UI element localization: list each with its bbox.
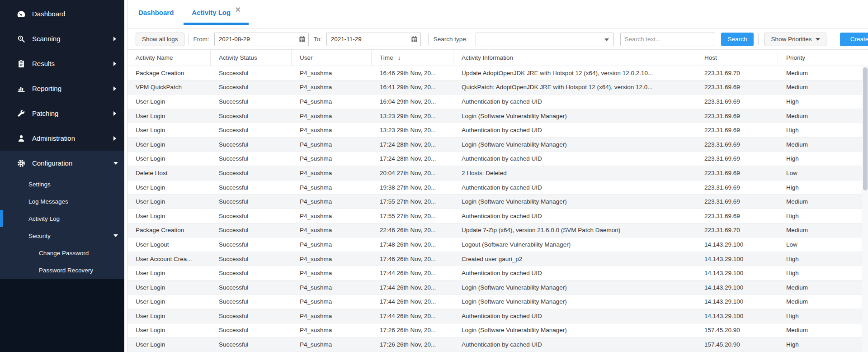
cell-activity-name: Delete Host [127,166,211,180]
sidebar-item-administration[interactable]: Administration [0,126,124,151]
table-row[interactable]: Package CreationSuccessfulP4_sushma22:46… [127,224,868,238]
column-header-label: Host [704,54,717,61]
configuration-section: ConfigurationSettingsLog MessagesActivit… [0,151,124,279]
cell-user: P4_sushma [292,338,372,352]
sidebar-item-log-messages[interactable]: Log Messages [0,193,124,210]
sidebar-item-security[interactable]: Security [0,227,124,244]
cell-activity-status: Successful [211,152,292,166]
cell-activity-status: Successful [211,109,292,123]
chevron-right-icon [113,86,116,91]
table-row[interactable]: User LogoutSuccessfulP4_sushma17:48 26th… [127,238,868,252]
sidebar-item-activity-log[interactable]: Activity Log [0,210,124,227]
table-row[interactable]: User LoginSuccessfulP4_sushma17:55 27th … [127,195,868,209]
cell-priority: Medium [778,281,868,295]
table-row[interactable]: User LoginSuccessfulP4_sushma17:44 26th … [127,281,868,295]
search-button[interactable]: Search [721,33,754,46]
column-header-user[interactable]: User [292,50,372,66]
table-row[interactable]: User LoginSuccessfulP4_sushma16:04 29th … [127,95,868,109]
column-header-host[interactable]: Host [696,50,778,66]
to-date-input[interactable] [327,36,408,43]
column-header-priority[interactable]: Priority [778,50,868,66]
calendar-icon[interactable] [408,36,420,43]
show-priorities-button[interactable]: Show Priorities [764,33,826,46]
cell-time: 17:44 26th Nov, 20... [372,266,453,280]
sidebar-item-password-recovery[interactable]: Password Recovery [0,262,124,279]
main-content: DashboardActivity Log× Show all logs Fro… [124,0,868,352]
table-row[interactable]: User LoginSuccessfulP4_sushma17:55 27th … [127,209,868,224]
cell-host: 223.31.69.69 [696,95,778,109]
sidebar-item-patching[interactable]: Patching [0,101,124,126]
tab-activity-log[interactable]: Activity Log× [184,0,249,25]
sidebar-item-label: Activity Log [28,215,60,222]
cell-activity-information: Login (Software Vulnerability Manager) [453,281,696,295]
vertical-scrollbar[interactable] [862,66,868,352]
to-label: To: [314,36,322,43]
calendar-icon[interactable] [296,36,308,43]
sidebar-item-change-password[interactable]: Change Password [0,244,124,262]
table-row[interactable]: User LoginSuccessfulP4_sushma17:44 26th … [127,309,868,323]
cell-priority: Low [778,166,868,180]
table-row[interactable]: User LoginSuccessfulP4_sushma17:26 26th … [127,338,868,352]
toolbar-separator [428,33,429,45]
from-date-input[interactable] [215,36,296,43]
cell-user: P4_sushma [292,209,372,223]
column-header-activity-name[interactable]: Activity Name [127,50,211,66]
sidebar-item-reporting[interactable]: Reporting [0,76,124,101]
content-inner: DashboardActivity Log× Show all logs Fro… [127,0,868,352]
table-row[interactable]: User LoginSuccessfulP4_sushma17:26 26th … [127,323,868,338]
sidebar-item-configuration[interactable]: Configuration [0,151,124,176]
sidebar-item-results[interactable]: Results [0,51,124,76]
cell-activity-information: Authentication by cached UID [453,309,696,323]
cell-activity-information: Logout (Software Vulnerability Manager) [453,238,696,252]
cell-user: P4_sushma [292,224,372,238]
column-header-activity-information[interactable]: Activity Information [453,50,696,66]
cell-activity-name: Package Creation [127,224,211,238]
cell-time: 17:55 27th Nov, 20... [372,209,453,223]
cell-host: 14.143.29.100 [696,252,778,266]
cell-activity-status: Successful [211,95,292,109]
show-all-logs-button[interactable]: Show all logs [136,33,184,46]
column-header-activity-status[interactable]: Activity Status [211,50,292,66]
table-row[interactable]: User LoginSuccessfulP4_sushma17:44 26th … [127,266,868,281]
column-header-label: Activity Status [219,54,257,61]
table-row[interactable]: User LoginSuccessfulP4_sushma19:38 27th … [127,181,868,195]
chevron-right-icon [113,62,116,66]
scrollbar-thumb[interactable] [863,67,868,190]
sidebar-item-label: Patching [32,109,58,117]
search-type-dropdown[interactable] [476,33,614,46]
close-icon[interactable]: × [235,5,241,14]
create-button[interactable]: Create [840,33,868,46]
table-row[interactable]: Package CreationSuccessfulP4_sushma16:46… [127,66,868,81]
table-row[interactable]: User LoginSuccessfulP4_sushma17:24 28th … [127,152,868,166]
table-row[interactable]: VPM QuickPatchSuccessfulP4_sushma16:41 2… [127,81,868,95]
table-row[interactable]: User LoginSuccessfulP4_sushma13:23 29th … [127,109,868,124]
cell-host: 223.31.69.69 [696,109,778,123]
sidebar-item-scanning[interactable]: Scanning [0,26,124,51]
table-row[interactable]: User LoginSuccessfulP4_sushma17:44 26th … [127,295,868,309]
sidebar-item-dashboard[interactable]: Dashboard [0,1,124,26]
cell-activity-name: User Login [127,209,211,223]
column-header-time[interactable]: Time↓ [372,50,453,66]
table-row[interactable]: User LoginSuccessfulP4_sushma17:24 28th … [127,138,868,152]
sidebar-item-settings[interactable]: Settings [0,176,124,193]
cell-host: 223.31.69.69 [696,152,778,166]
cell-user: P4_sushma [292,295,372,309]
cell-activity-status: Successful [211,295,292,309]
cell-user: P4_sushma [292,266,372,280]
cell-priority: High [778,338,868,352]
tab-label: Activity Log [192,9,231,16]
cell-activity-information: Authentication by cached UID [453,209,696,223]
table-row[interactable]: User Account Crea...SuccessfulP4_sushma1… [127,252,868,266]
tab-dashboard[interactable]: Dashboard [130,0,182,25]
search-input[interactable] [620,33,715,46]
cell-priority: High [778,181,868,195]
cell-activity-information: Authentication by cached UID [453,181,696,195]
cell-activity-information: Authentication by cached UID [453,266,696,280]
sort-desc-icon: ↓ [398,54,401,62]
table-row[interactable]: Delete HostSuccessfulP4_sushma20:04 27th… [127,166,868,181]
sidebar-filler [0,279,124,352]
cell-activity-status: Successful [211,309,292,323]
cell-activity-name: User Login [127,95,211,109]
table-row[interactable]: User LoginSuccessfulP4_sushma13:23 29th … [127,123,868,138]
cell-time: 13:23 29th Nov, 20... [372,123,453,137]
